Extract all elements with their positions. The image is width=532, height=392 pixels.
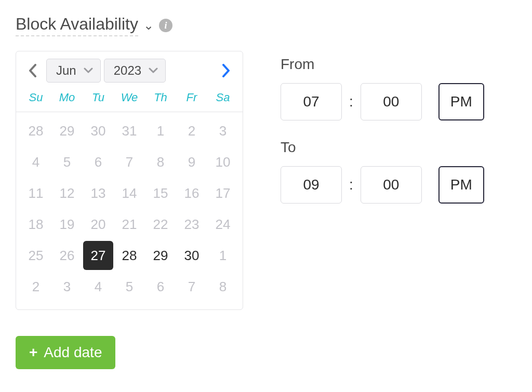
calendar-header: Jun 2023 — [16, 51, 243, 88]
year-select[interactable]: 2023 — [104, 59, 166, 83]
day-cell: 8 — [145, 146, 176, 178]
day-cell: 29 — [51, 115, 83, 146]
day-cell: 6 — [145, 271, 176, 302]
chevron-down-icon — [84, 65, 93, 76]
day-cell: 5 — [51, 146, 83, 178]
day-cell: 21 — [114, 209, 145, 240]
to-minute-input[interactable]: 00 — [361, 166, 422, 204]
day-cell: 30 — [83, 115, 114, 146]
weekday-row: Su Mo Tu We Th Fr Sa — [16, 88, 243, 112]
day-cell: 7 — [114, 146, 145, 178]
calendar-column: Jun 2023 Su — [16, 51, 243, 369]
day-cell: 17 — [207, 178, 238, 209]
month-year-selectors: Jun 2023 — [46, 59, 166, 83]
weekday-label: Tu — [83, 91, 114, 104]
day-cell: 4 — [83, 271, 114, 302]
chevron-down-icon — [149, 65, 158, 76]
section-header: Block Availability ⌄ i — [16, 15, 516, 36]
day-cell: 25 — [20, 240, 51, 271]
chevron-left-icon — [29, 64, 37, 77]
weekday-label: Fr — [176, 91, 207, 104]
from-minute-input[interactable]: 00 — [361, 83, 422, 120]
from-time-row: 07 : 00 PM — [281, 83, 484, 120]
day-cell: 16 — [176, 178, 207, 209]
day-cell: 15 — [145, 178, 176, 209]
day-cell: 1 — [207, 240, 238, 271]
day-cell: 13 — [83, 178, 114, 209]
to-ampm-toggle[interactable]: PM — [438, 166, 484, 204]
weekday-label: We — [114, 91, 145, 104]
time-column: From 07 : 00 PM To 09 : 00 PM — [281, 51, 484, 222]
day-cell: 20 — [83, 209, 114, 240]
weekday-label: Th — [145, 91, 176, 104]
calendar: Jun 2023 Su — [16, 51, 243, 310]
day-cell: 19 — [51, 209, 83, 240]
day-cell: 4 — [20, 146, 51, 178]
day-cell: 22 — [145, 209, 176, 240]
day-cell: 11 — [20, 178, 51, 209]
day-cell: 6 — [83, 146, 114, 178]
time-colon: : — [349, 177, 353, 193]
day-cell: 2 — [20, 271, 51, 302]
day-cell[interactable]: 28 — [114, 240, 145, 271]
day-cell: 31 — [114, 115, 145, 146]
from-time-group: From 07 : 00 PM — [281, 56, 484, 120]
prev-month-button[interactable] — [22, 59, 43, 82]
to-time-group: To 09 : 00 PM — [281, 139, 484, 204]
to-hour-input[interactable]: 09 — [281, 166, 342, 204]
day-cell[interactable]: 29 — [145, 240, 176, 271]
to-time-row: 09 : 00 PM — [281, 166, 484, 204]
day-cell: 14 — [114, 178, 145, 209]
plus-icon: + — [29, 344, 37, 361]
from-hour-input[interactable]: 07 — [281, 83, 342, 120]
day-cell: 18 — [20, 209, 51, 240]
from-label: From — [281, 56, 484, 73]
month-select[interactable]: Jun — [46, 59, 101, 83]
weekday-label: Sa — [207, 91, 238, 104]
from-ampm-toggle[interactable]: PM — [438, 83, 484, 120]
day-cell: 7 — [176, 271, 207, 302]
month-value: Jun — [56, 63, 76, 78]
day-cell: 8 — [207, 271, 238, 302]
weekday-label: Su — [20, 91, 51, 104]
content-row: Jun 2023 Su — [16, 51, 516, 369]
time-colon: : — [349, 93, 353, 110]
day-cell: 12 — [51, 178, 83, 209]
chevron-right-icon — [222, 64, 230, 77]
next-month-button[interactable] — [216, 59, 236, 82]
add-date-label: Add date — [44, 344, 102, 361]
day-cell: 10 — [207, 146, 238, 178]
section-title: Block Availability — [16, 15, 138, 36]
day-cell: 28 — [20, 115, 51, 146]
day-cell: 3 — [207, 115, 238, 146]
year-value: 2023 — [114, 63, 141, 78]
day-cell: 23 — [176, 209, 207, 240]
day-cell: 9 — [176, 146, 207, 178]
weekday-label: Mo — [51, 91, 83, 104]
day-cell: 3 — [51, 271, 83, 302]
day-cell: 1 — [145, 115, 176, 146]
day-cell: 5 — [114, 271, 145, 302]
day-cell: 26 — [51, 240, 83, 271]
days-grid: 2829303112345678910111213141516171819202… — [16, 112, 243, 309]
info-icon[interactable]: i — [159, 19, 172, 32]
day-cell[interactable]: 27 — [83, 240, 114, 271]
day-cell: 2 — [176, 115, 207, 146]
to-label: To — [281, 139, 484, 156]
add-date-button[interactable]: + Add date — [16, 336, 115, 369]
day-cell[interactable]: 30 — [176, 240, 207, 271]
chevron-down-icon[interactable]: ⌄ — [143, 18, 154, 33]
day-cell: 24 — [207, 209, 238, 240]
